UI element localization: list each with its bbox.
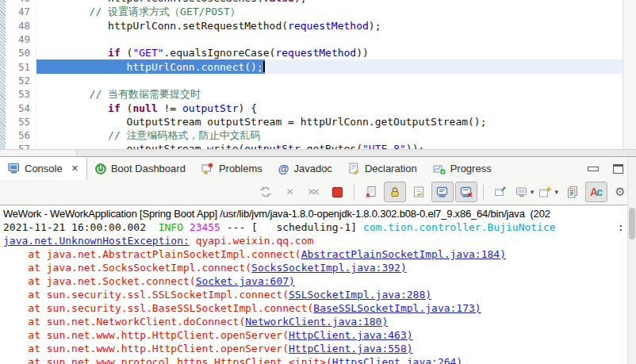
relaunch-button[interactable]	[255, 182, 277, 202]
tab-problems[interactable]: Problems	[193, 157, 270, 180]
boot-dashboard-icon	[95, 163, 106, 174]
code-line-51[interactable]: 51 httpUrlConn.connect();	[6, 59, 623, 73]
chevron-down-icon[interactable]: ▾	[531, 188, 534, 196]
tab-label: Console	[25, 163, 63, 174]
code-line-49[interactable]: 49	[6, 33, 623, 46]
line-number: 46	[6, 0, 36, 4]
code-line-57[interactable]: 57 outputStream.write(outputStr.getBytes…	[6, 142, 623, 149]
chevron-down-icon[interactable]: ▾	[554, 188, 558, 196]
code-line-52[interactable]: 52	[6, 74, 623, 87]
show-stdout-button[interactable]	[431, 182, 454, 202]
stacktrace-link[interactable]: HttpClient.java:558)	[289, 343, 413, 354]
text-token: at sun.security.ssl.SSLSocketImpl.connec…	[3, 289, 289, 301]
view-tab-bar: Console✕Boot DashboardProblems@JavadocDe…	[0, 157, 636, 180]
tab-label: Declaration	[365, 163, 417, 174]
tab-boot-dashboard[interactable]: Boot Dashboard	[87, 157, 193, 180]
ansi-console-button[interactable]: Ac	[585, 182, 607, 202]
console-line: at java.net.Socket.connect(Socket.java:6…	[3, 274, 636, 288]
problems-icon	[201, 163, 214, 174]
editor-lines: 46 httpUrlConn.setUseCaches(false);47 //…	[6, 0, 623, 149]
text-token: INFO	[159, 221, 183, 233]
text-token: "GET"	[132, 47, 163, 59]
close-icon[interactable]: ✕	[71, 163, 79, 174]
code-line-48[interactable]: 48 httpUrlConn.setRequestMethod(requestM…	[6, 19, 623, 33]
console-output[interactable]: WeWork - WeWorkApplication [Spring Boot …	[0, 205, 636, 364]
line-number: 51	[6, 61, 36, 73]
console-icon	[8, 163, 20, 174]
clear-console-button[interactable]	[360, 182, 382, 202]
tab-declaration[interactable]: Declaration	[340, 157, 425, 180]
stacktrace-link[interactable]: HttpClient.java:463)	[289, 329, 413, 341]
line-number: 53	[6, 88, 36, 100]
line-number: 55	[6, 116, 36, 128]
text-token: // 当有数据需要提交时	[40, 87, 201, 101]
line-number: 48	[6, 20, 36, 32]
text-token: if	[108, 47, 121, 59]
text-token: outputStream.write(	[40, 143, 244, 149]
console-vertical-scrollbar[interactable]	[627, 157, 636, 364]
stacktrace-link[interactable]: AbstractPlainSocketImpl.java:184)	[301, 248, 506, 260]
display-console-icon	[515, 186, 528, 198]
code-line-47[interactable]: 47 // 设置请求方式（GET/POST）	[6, 5, 623, 18]
selected-text: httpUrlConn.connect();	[36, 59, 265, 73]
text-token: (	[121, 102, 133, 114]
scroll-lock-button[interactable]	[384, 182, 406, 202]
code-text	[36, 74, 623, 87]
open-console-icon	[538, 186, 552, 198]
maximize-button[interactable]	[613, 164, 623, 174]
code-line-53[interactable]: 53 // 当有数据需要提交时	[6, 87, 623, 101]
code-text: // 当有数据需要提交时	[36, 87, 623, 101]
open-console-button[interactable]: ▾	[537, 182, 560, 202]
code-line-54[interactable]: 54 if (null != outputStr) {	[6, 101, 623, 114]
text-token: OutputStream outputStream = httpUrlConn.…	[40, 116, 487, 128]
text-token: --- [ scheduling-1]	[220, 221, 363, 233]
text-token: 2021-11-21 16:00:00.002	[3, 221, 159, 233]
terminate-button[interactable]	[326, 182, 348, 202]
display-console-button[interactable]: ▾	[513, 182, 535, 202]
text-token: 23455	[190, 221, 220, 233]
stacktrace-link[interactable]: NetworkClient.java:180)	[245, 316, 388, 328]
minimize-button[interactable]	[588, 167, 599, 171]
tab-console[interactable]: Console✕	[0, 157, 87, 180]
tab-javadoc[interactable]: @Javadoc	[270, 157, 340, 180]
stacktrace-link[interactable]: HttpsClient.java:264)	[332, 356, 462, 364]
text-token: at sun.net.www.http.HttpClient.openServe…	[3, 329, 289, 341]
text-token	[40, 102, 108, 114]
code-text: // 注意编码格式，防止中文乱码	[36, 128, 623, 142]
stacktrace-link[interactable]: Socket.java:607)	[196, 275, 295, 287]
scrollbar-thumb[interactable]	[629, 208, 635, 239]
tab-label: Progress	[450, 163, 492, 174]
code-editor[interactable]: 46 httpUrlConn.setUseCaches(false);47 //…	[0, 0, 636, 149]
pin-console-icon	[494, 186, 507, 198]
remove-all-launches-button[interactable]: ✕✕	[302, 182, 324, 202]
tab-progress[interactable]: Progress	[425, 157, 500, 180]
stacked-pages-button[interactable]	[561, 182, 584, 202]
pin-console-button[interactable]	[489, 182, 511, 202]
editor-horizontal-scrollbar[interactable]	[0, 149, 636, 156]
word-wrap-button[interactable]	[408, 182, 430, 202]
stacktrace-link[interactable]: SSLSocketImpl.java:288)	[289, 289, 431, 301]
show-stdout-icon	[436, 186, 450, 198]
code-text	[36, 33, 623, 46]
stacktrace-link[interactable]: SocksSocketImpl.java:392)	[251, 262, 407, 274]
console-line: java.net.UnknownHostException: qyapi.wei…	[3, 234, 636, 247]
show-stderr-button[interactable]	[455, 182, 477, 202]
ansi-console-icon: Ac	[590, 186, 603, 198]
toolbar-separator	[483, 185, 484, 199]
text-token: .getBytes(	[301, 143, 362, 149]
remove-launch-button[interactable]: ✕	[278, 182, 301, 202]
stacktrace-link[interactable]: BaseSSLSocketImpl.java:173)	[313, 302, 481, 314]
code-text: // 设置请求方式（GET/POST）	[36, 5, 623, 18]
code-line-56[interactable]: 56 // 注意编码格式，防止中文乱码	[6, 128, 623, 142]
code-text: httpUrlConn.setRequestMethod(requestMeth…	[36, 19, 623, 33]
text-token: if	[108, 102, 121, 114]
overview-ruler[interactable]	[623, 0, 636, 149]
text-token: "UTF-8"	[362, 143, 406, 149]
stacked-pages-icon	[566, 186, 579, 198]
console-line: at java.net.AbstractPlainSocketImpl.conn…	[3, 247, 636, 261]
text-token: httpUrlConn.setRequestMethod(	[40, 20, 288, 32]
code-line-55[interactable]: 55 OutputStream outputStream = httpUrlCo…	[6, 115, 623, 128]
text-token: null	[132, 102, 157, 114]
code-line-50[interactable]: 50 if ("GET".equalsIgnoreCase(requestMet…	[6, 46, 623, 59]
stacktrace-link[interactable]: java.net.UnknownHostException:	[3, 235, 190, 247]
